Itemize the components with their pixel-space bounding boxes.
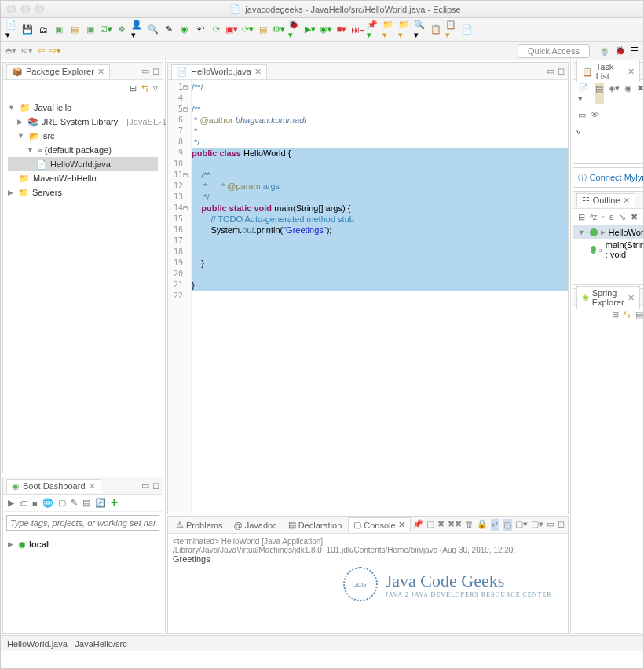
boot-local[interactable]: local	[29, 539, 49, 549]
nav-next-icon[interactable]: ⇨▾	[49, 46, 61, 56]
leaf-icon[interactable]: ❖	[115, 24, 128, 36]
close-icon[interactable]: ✕	[254, 67, 262, 77]
package-icon[interactable]: ▣	[53, 24, 65, 36]
outline-method[interactable]: smain(String[]) : void	[573, 239, 644, 261]
lens-icon[interactable]: 🔍	[147, 24, 159, 36]
skip-icon[interactable]: ⏭▾	[351, 24, 364, 36]
close-icon[interactable]: ✕	[89, 481, 96, 492]
filter-icon[interactable]: ▤	[82, 498, 90, 508]
folder-icon[interactable]: 📁▾	[398, 24, 411, 36]
tree-file[interactable]: HelloWorld.java	[50, 159, 111, 169]
search-icon[interactable]: 🔍▾	[414, 24, 426, 36]
close-icon[interactable]: ✕	[398, 520, 405, 530]
remove-all-icon[interactable]: ✖✖	[448, 519, 462, 531]
perspective-open-icon[interactable]: ☰	[631, 46, 639, 56]
boot-dashboard-tab[interactable]: ◉ Boot Dashboard ✕	[6, 479, 101, 493]
maximize-icon[interactable]: ◻	[152, 481, 159, 491]
new-console-icon[interactable]: ▢▾	[531, 519, 543, 531]
minimize-window[interactable]	[21, 5, 30, 13]
outline-class[interactable]: ▼▸HelloWorld	[573, 225, 644, 239]
link-icon[interactable]: ⇆	[624, 309, 631, 320]
problems-tab[interactable]: ⚠Problems	[171, 518, 227, 532]
start-icon[interactable]: ▶	[8, 498, 14, 508]
tree-project[interactable]: JavaHello	[34, 103, 71, 112]
zoom-window[interactable]	[35, 5, 44, 13]
refresh-icon[interactable]: ◉	[178, 24, 191, 36]
stop-icon[interactable]: ■	[32, 499, 38, 508]
pin-icon[interactable]: 📌▾	[367, 24, 379, 36]
maximize-icon[interactable]: ◻	[558, 66, 565, 76]
word-wrap-icon[interactable]: ↵	[491, 519, 499, 531]
hide-icon[interactable]: 👁	[591, 110, 599, 120]
minimize-icon[interactable]: ▭	[547, 66, 554, 76]
build-icon[interactable]: ▤	[257, 24, 269, 36]
link-editor-icon[interactable]: ⇆	[141, 83, 148, 93]
new-icon[interactable]: 📄▾	[5, 24, 18, 36]
close-icon[interactable]: ✕	[97, 67, 104, 77]
nav-fwd-icon[interactable]: ➪▾	[21, 46, 33, 56]
spring-explorer-tab[interactable]: ❀Spring Explorer✕	[576, 286, 640, 309]
close-icon[interactable]: ✕	[628, 67, 635, 77]
display-icon[interactable]: ▢	[426, 519, 434, 531]
class-icon[interactable]: ▣	[84, 24, 97, 36]
categorize-icon[interactable]: ▤	[595, 83, 604, 104]
collapse-icon[interactable]: ✖	[637, 83, 644, 104]
console-tab[interactable]: ▢Console✕	[348, 517, 410, 532]
perspective-java-icon[interactable]: 🍵	[599, 46, 610, 56]
mylyn-label[interactable]: Connect Mylyn	[590, 173, 644, 182]
edit-icon[interactable]: ✎	[71, 498, 78, 508]
hide-fields-icon[interactable]: ◦	[602, 212, 605, 222]
tasks-icon[interactable]: 📋▾	[445, 24, 458, 36]
show-console-icon[interactable]: ▢	[503, 519, 512, 531]
package-tree[interactable]: ▼📁JavaHello ▶📚JRE System Library [JavaSE…	[3, 97, 163, 203]
globe-icon[interactable]: 🌐	[42, 498, 53, 508]
archive-icon[interactable]: ▤	[68, 24, 81, 36]
sort-icon[interactable]: ⊟	[578, 212, 585, 222]
debug-icon[interactable]: 🏷	[19, 499, 27, 508]
filter-spring-icon[interactable]: ▤	[635, 309, 643, 320]
task-icon[interactable]: 📋	[430, 24, 442, 36]
az-icon[interactable]: ᵃz	[590, 212, 598, 222]
add-icon[interactable]: ✚	[111, 498, 118, 508]
folder-new-icon[interactable]: 📁▾	[382, 24, 395, 36]
debug-icon[interactable]: 🐞▾	[288, 24, 301, 36]
remove-launch-icon[interactable]: ✖	[437, 519, 445, 531]
scroll-lock-icon[interactable]: 🔒	[477, 519, 488, 531]
declaration-tab[interactable]: ▤Declaration	[284, 518, 347, 532]
schedule-icon[interactable]: ◈▾	[609, 83, 620, 104]
nav-prev-icon[interactable]: ⇦	[38, 46, 45, 56]
wand-icon[interactable]: ✎	[163, 24, 175, 36]
outline-tab[interactable]: ☷Outline✕	[576, 193, 636, 207]
editor-tab[interactable]: 📄 HelloWorld.java ✕	[171, 64, 267, 79]
hide-non-public-icon[interactable]: ↘	[619, 212, 626, 222]
coverage-icon[interactable]: ◉▾	[320, 24, 332, 36]
hide-static-icon[interactable]: s	[609, 212, 614, 222]
back-icon[interactable]: ↶	[194, 24, 207, 36]
focus-icon[interactable]: ◉	[624, 83, 632, 104]
filter-icon[interactable]: ▭	[578, 110, 586, 120]
open-type-icon[interactable]: 📄	[461, 24, 474, 36]
minimize-icon[interactable]: ▭	[547, 519, 554, 531]
tree-pkg[interactable]: (default package)	[45, 145, 112, 155]
minimize-icon[interactable]: ▭	[141, 481, 149, 491]
window-controls[interactable]	[7, 5, 44, 13]
collapse-icon[interactable]: ⊟	[130, 83, 137, 93]
code-editor[interactable]: 1⊟4 5⊟6 7 8 9 10 11⊟12 13 14⊟15 16 17 18…	[168, 80, 568, 514]
close-icon[interactable]: ✕	[623, 196, 630, 206]
check-icon[interactable]: ☑▾	[100, 24, 112, 36]
maximize-icon[interactable]: ◻	[558, 519, 565, 531]
javadoc-tab[interactable]: @Javadoc	[229, 519, 281, 532]
open-console-icon[interactable]: ▢▾	[515, 519, 528, 531]
save-all-icon[interactable]: 🗂	[37, 24, 49, 36]
code-body[interactable]: /**/ /** * @author bhagvan.kommadi * */ …	[192, 80, 568, 514]
mylyn-link[interactable]: ⓘConnect Mylyn	[573, 167, 644, 188]
tree-servers[interactable]: Servers	[32, 188, 62, 197]
stop-icon[interactable]: ▣▾	[225, 24, 238, 36]
pin-console-icon[interactable]: 📌	[412, 519, 423, 531]
maximize-icon[interactable]: ◻	[152, 66, 159, 76]
nav-back-icon[interactable]: ⬘▾	[5, 46, 16, 56]
run-icon[interactable]: ▶▾	[304, 24, 317, 36]
hide-local-icon[interactable]: ✖	[631, 212, 638, 222]
collapse-all-icon[interactable]: ⊟	[612, 309, 619, 320]
close-window[interactable]	[7, 5, 16, 13]
